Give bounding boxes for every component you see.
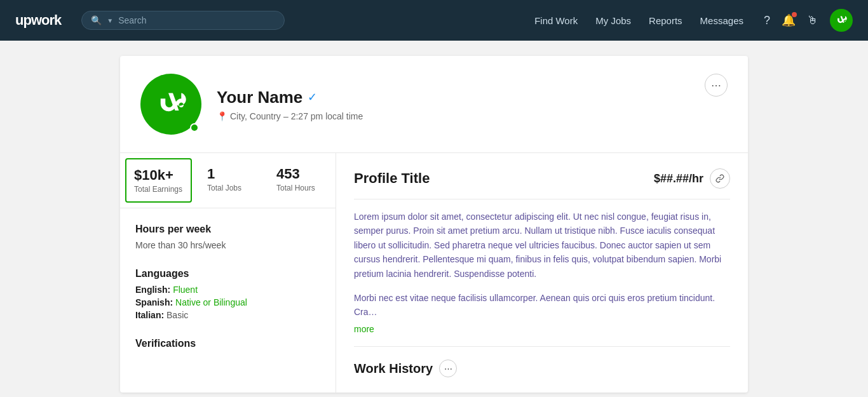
help-icon[interactable]: ? [764,14,770,27]
bio-more-link[interactable]: more [354,322,374,336]
rate-row: $##.##/hr [654,168,730,189]
page-content: Your Name ✓ 📍 City, Country – 2:27 pm lo… [110,56,758,393]
stat-total-jobs[interactable]: 1 Total Jobs [197,153,266,208]
profile-more-button[interactable]: ⋯ [705,74,728,97]
stat-total-hours[interactable]: 453 Total Hours [266,153,336,208]
location-pin-icon: 📍 [217,111,227,121]
search-input[interactable]: Search [118,15,275,25]
search-icon: 🔍 [91,15,102,25]
nav-find-work[interactable]: Find Work [534,15,578,26]
language-spanish-level: Native or Bilingual [175,297,247,307]
verifications-section: Verifications [135,338,320,349]
profile-header: Your Name ✓ 📍 City, Country – 2:27 pm lo… [120,56,748,153]
location-text: City, Country [230,111,281,121]
header-icons: ? 🔔 🖰 [764,9,853,32]
language-english-level: Fluent [173,285,198,295]
profile-body: $10k+ Total Earnings 1 Total Jobs 453 To… [120,153,748,393]
stat-total-earnings[interactable]: $10k+ Total Earnings [125,158,192,203]
nav-reports[interactable]: Reports [649,15,682,26]
user-avatar-btn[interactable] [830,9,853,32]
sidebar-content: Hours per week More than 30 hrs/week Lan… [120,208,336,382]
bio-paragraph-2: Morbi nec est vitae neque facilisis ulla… [354,291,730,336]
rate-text: $##.##/hr [654,172,703,185]
profile-title: Profile Title [354,170,430,187]
profile-link-button[interactable] [710,168,730,189]
logo[interactable]: upwork [15,12,61,29]
language-spanish-name: Spanish: [135,297,173,307]
work-history-title: Work History [354,361,433,376]
divider [354,199,730,199]
hours-label: Total Hours [276,184,325,192]
link-icon [715,174,724,183]
sidebar-panel: $10k+ Total Earnings 1 Total Jobs 453 To… [120,153,336,393]
nav-messages[interactable]: Messages [700,15,743,26]
language-english-name: English: [135,285,170,295]
logo-text: upwork [15,12,61,29]
stats-row: $10k+ Total Earnings 1 Total Jobs 453 To… [120,153,336,208]
work-history-more-button[interactable]: ⋯ [439,360,457,377]
language-list: English: Fluent Spanish: Native or Bilin… [135,285,320,320]
profile-info: Your Name ✓ 📍 City, Country – 2:27 pm lo… [217,88,689,121]
bio-paragraph-2-text: Morbi nec est vitae neque facilisis ulla… [354,293,715,317]
hours-per-week-label: Hours per week [135,224,320,235]
profile-card: Your Name ✓ 📍 City, Country – 2:27 pm lo… [120,56,748,393]
hours-per-week-section: Hours per week More than 30 hrs/week [135,224,320,250]
notifications-icon[interactable]: 🔔 [782,13,796,27]
jobs-label: Total Jobs [207,184,256,192]
languages-section: Languages English: Fluent Spanish: Nativ… [135,268,320,320]
notification-dot [792,12,797,17]
local-time-text: 2:27 pm local time [291,111,363,121]
language-spanish: Spanish: Native or Bilingual [135,297,320,307]
avatar [140,74,201,135]
language-italian: Italian: Basic [135,310,320,320]
earnings-value: $10k+ [134,167,183,184]
main-panel: Profile Title $##.##/hr Lorem ipsum dolo… [336,153,748,393]
time-separator: – [283,111,288,121]
language-italian-level: Basic [166,310,188,320]
bio-paragraph-1: Lorem ipsum dolor sit amet, consectetur … [354,210,730,281]
work-history-section: Work History ⋯ [354,346,730,377]
verified-badge: ✓ [308,90,317,104]
online-indicator [190,123,199,132]
header: upwork 🔍 ▼ Search Find Work My Jobs Repo… [0,0,868,41]
profile-name: Your Name [217,88,302,107]
jobs-value: 1 [207,166,256,182]
language-english: English: Fluent [135,285,320,295]
language-italian-name: Italian: [135,310,164,320]
languages-label: Languages [135,268,320,279]
cursor-icon[interactable]: 🖰 [807,14,818,27]
profile-name-row: Your Name ✓ [217,88,689,107]
header-nav: Find Work My Jobs Reports Messages [534,15,743,26]
nav-my-jobs[interactable]: My Jobs [595,15,631,26]
hours-value: 453 [276,166,325,182]
hours-per-week-value: More than 30 hrs/week [135,240,320,250]
profile-title-row: Profile Title $##.##/hr [354,168,730,189]
upwork-logo-icon [834,13,848,27]
search-dropdown-arrow: ▼ [107,17,113,24]
profile-location: 📍 City, Country – 2:27 pm local time [217,111,689,121]
avatar-logo-icon [152,85,190,123]
search-bar[interactable]: 🔍 ▼ Search [81,11,285,30]
earnings-label: Total Earnings [134,185,183,194]
verifications-label: Verifications [135,338,320,349]
